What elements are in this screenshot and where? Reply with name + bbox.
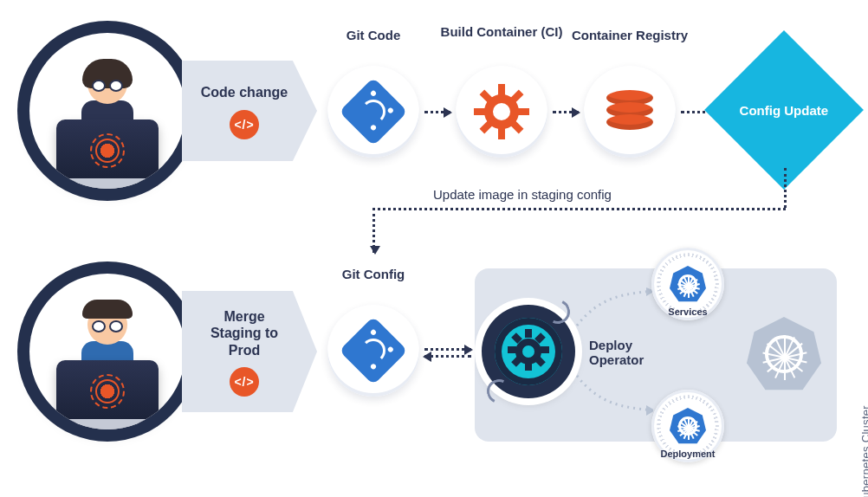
arrow-gitconfig-left: [424, 355, 471, 358]
developer-avatar-2: [47, 300, 168, 429]
container-registry-step: Container Registry: [584, 66, 676, 158]
git-icon-2: [339, 316, 407, 384]
code-change-label: Code change: [201, 84, 288, 100]
helm-wheel-big-icon: [765, 335, 803, 373]
laptop-icon: [56, 119, 159, 182]
git-config-label: Git Config: [313, 267, 434, 281]
connector-config-down2: [372, 208, 375, 253]
deploy-operator-label: Deploy Operator: [589, 338, 658, 367]
helm-wheel-icon: [678, 274, 697, 294]
git-config-step: Git Config: [327, 305, 419, 397]
gear-icon: [479, 89, 524, 134]
config-update-diamond: Config Update: [704, 30, 864, 190]
merge-prod-banner: Merge Staging to Prod </>: [182, 291, 317, 412]
arrow-ci-to-registry: [553, 111, 579, 113]
developer-2-disc: [29, 274, 185, 429]
connector-config-down: [784, 168, 787, 208]
services-label: Services: [668, 307, 707, 317]
deployment-label: Deployment: [661, 449, 716, 459]
sun-logo-icon-2: [95, 379, 120, 403]
build-ci-step: Build Container (CI): [456, 66, 547, 158]
database-icon: [606, 90, 653, 133]
code-badge-icon-2: </>: [230, 367, 259, 397]
cluster-side-label: Kubernetes Cluster: [859, 405, 868, 497]
arrow-git-to-ci: [424, 111, 450, 113]
deploy-operator-disc: [482, 305, 575, 398]
connector-config-left: [372, 208, 786, 210]
diagram-canvas: Code change </> Git Code Build Container…: [0, 0, 868, 497]
config-update-label: Config Update: [740, 103, 829, 118]
update-image-label: Update image in staging config: [433, 187, 612, 202]
merge-prod-label: Merge Staging to Prod: [198, 308, 291, 358]
git-icon: [339, 77, 407, 145]
developer-1-disc: [29, 33, 185, 189]
arrow-gitconfig-right: [424, 348, 471, 351]
git-code-label: Git Code: [313, 28, 434, 42]
laptop-icon-2: [56, 360, 159, 423]
helm-wheel-icon-2: [678, 416, 697, 436]
services-coin: Services: [651, 248, 724, 320]
operator-to-deployment-path: [575, 374, 653, 416]
deployment-coin: Deployment: [651, 390, 724, 462]
operator-to-services-path: [575, 286, 653, 327]
container-registry-label: Container Registry: [569, 28, 690, 42]
sun-logo-icon: [95, 139, 120, 163]
code-change-banner: Code change </>: [182, 61, 317, 161]
code-badge-icon: </>: [230, 110, 259, 139]
build-ci-label: Build Container (CI): [437, 24, 567, 39]
svg-marker-1: [646, 405, 653, 416]
developer-avatar: [47, 59, 168, 189]
git-code-step: Git Code: [327, 66, 419, 158]
operator-gear-icon: [511, 334, 546, 369]
